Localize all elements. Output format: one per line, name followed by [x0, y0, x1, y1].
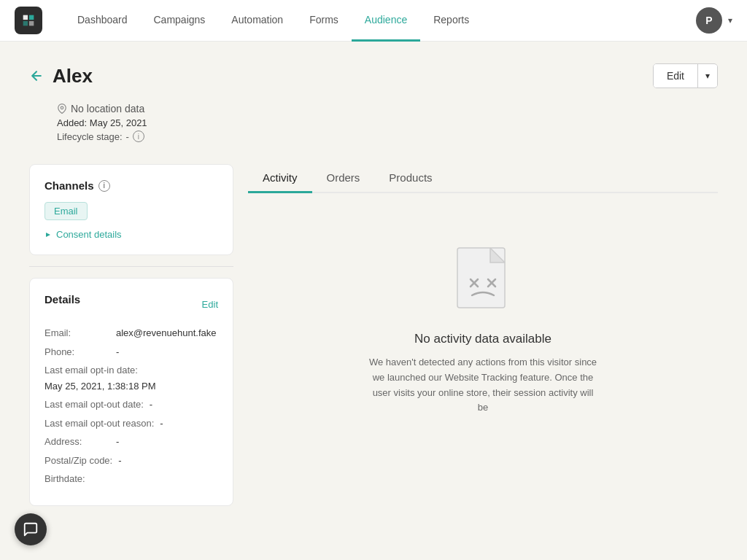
lifecycle-row: Lifecycle stage: - i	[57, 131, 718, 142]
lifecycle-label: Lifecycle stage:	[57, 131, 123, 142]
added-date: May 25, 2021	[90, 117, 147, 128]
empty-state-description: We haven't detected any actions from thi…	[366, 355, 600, 416]
detail-row-optout-date: Last email opt-out date: -	[44, 397, 218, 412]
detail-label-optout-date: Last email opt-out date:	[44, 397, 144, 412]
panel-divider	[29, 266, 233, 267]
location-text: No location data	[71, 103, 144, 114]
nav-links: Dashboard Campaigns Automation Forms Aud…	[64, 0, 696, 42]
detail-value-optin: May 25, 2021, 1:38:18 PM	[44, 379, 155, 394]
detail-row-email: Email: alex@revenuehunt.fake	[44, 326, 218, 341]
detail-label-postal: Postal/Zip code:	[44, 454, 112, 468]
nav-campaigns[interactable]: Campaigns	[141, 0, 219, 42]
detail-label-address: Address:	[44, 435, 110, 449]
details-card-title: Details	[44, 293, 80, 306]
details-edit-button[interactable]: Edit	[202, 299, 218, 310]
channels-info-icon[interactable]: i	[98, 180, 110, 192]
edit-button-group: Edit ▾	[653, 63, 718, 88]
detail-label-email: Email:	[44, 326, 110, 341]
detail-value-optout-date: -	[150, 397, 152, 412]
detail-label-phone: Phone:	[44, 345, 110, 359]
nav-audience[interactable]: Audience	[352, 0, 420, 42]
app-logo[interactable]	[15, 7, 42, 34]
location-icon	[57, 104, 67, 114]
detail-value-email: alex@revenuehunt.fake	[116, 326, 217, 341]
user-menu-chevron[interactable]: ▾	[728, 15, 732, 26]
edit-button[interactable]: Edit	[654, 64, 698, 88]
added-label: Added:	[57, 117, 87, 128]
tab-activity[interactable]: Activity	[248, 164, 312, 193]
nav-dashboard[interactable]: Dashboard	[64, 0, 141, 42]
detail-value-phone: -	[116, 345, 119, 359]
main-nav: Dashboard Campaigns Automation Forms Aud…	[0, 0, 747, 42]
contact-meta: No location data Added: May 25, 2021 Lif…	[29, 103, 718, 142]
tabs-bar: Activity Orders Products	[248, 164, 718, 193]
details-header: Details Edit	[44, 293, 218, 316]
nav-reports[interactable]: Reports	[420, 0, 482, 42]
detail-value-postal: -	[118, 454, 121, 468]
detail-row-address: Address: -	[44, 435, 218, 449]
added-row: Added: May 25, 2021	[57, 117, 718, 128]
nav-automation[interactable]: Automation	[218, 0, 296, 42]
consent-details-toggle[interactable]: Consent details	[44, 229, 218, 240]
right-panel: Activity Orders Products No activity d	[248, 164, 718, 445]
nav-right: P ▾	[696, 7, 732, 34]
location-row: No location data	[57, 103, 718, 114]
channels-card-title: Channels i	[44, 179, 218, 192]
user-avatar[interactable]: P	[696, 7, 722, 34]
edit-dropdown-button[interactable]: ▾	[698, 65, 717, 87]
page-header-left: Alex	[29, 65, 93, 88]
channels-card: Channels i Email Consent details	[29, 164, 233, 255]
empty-state-title: No activity data available	[414, 332, 551, 346]
two-col-layout: Channels i Email Consent details Details…	[29, 164, 718, 517]
main-content: Alex Edit ▾ No location data Added: May …	[0, 42, 747, 539]
detail-row-optin-label: Last email opt-in date:	[44, 363, 218, 378]
lifecycle-info-icon[interactable]: i	[133, 131, 144, 142]
nav-forms[interactable]: Forms	[296, 0, 352, 42]
page-title: Alex	[53, 65, 93, 88]
tab-orders[interactable]: Orders	[312, 164, 375, 193]
detail-label-optin: Last email opt-in date:	[44, 363, 138, 378]
details-card: Details Edit Email: alex@revenuehunt.fak…	[29, 278, 233, 506]
detail-row-postal: Postal/Zip code: -	[44, 454, 218, 468]
lifecycle-value: -	[126, 131, 129, 142]
left-panel: Channels i Email Consent details Details…	[29, 164, 233, 517]
chat-icon	[23, 521, 39, 537]
detail-row-optout-reason: Last email opt-out reason: -	[44, 416, 218, 431]
detail-value-address: -	[116, 435, 119, 449]
activity-empty-state: No activity data available We haven't de…	[248, 215, 718, 445]
detail-row-phone: Phone: -	[44, 345, 218, 359]
tab-products[interactable]: Products	[374, 164, 446, 193]
page-header: Alex Edit ▾	[29, 63, 718, 88]
empty-state-icon	[450, 244, 516, 317]
detail-row-birthdate: Birthdate:	[44, 472, 218, 486]
detail-label-birthdate: Birthdate:	[44, 472, 110, 486]
detail-value-optout-reason: -	[160, 416, 163, 431]
detail-label-optout-reason: Last email opt-out reason:	[44, 416, 154, 431]
email-channel-badge[interactable]: Email	[44, 202, 88, 220]
detail-row-optin-value: May 25, 2021, 1:38:18 PM	[44, 379, 218, 394]
svg-point-0	[61, 106, 63, 109]
svg-marker-1	[46, 233, 50, 237]
back-button[interactable]	[29, 69, 44, 83]
consent-chevron-icon	[44, 231, 52, 238]
